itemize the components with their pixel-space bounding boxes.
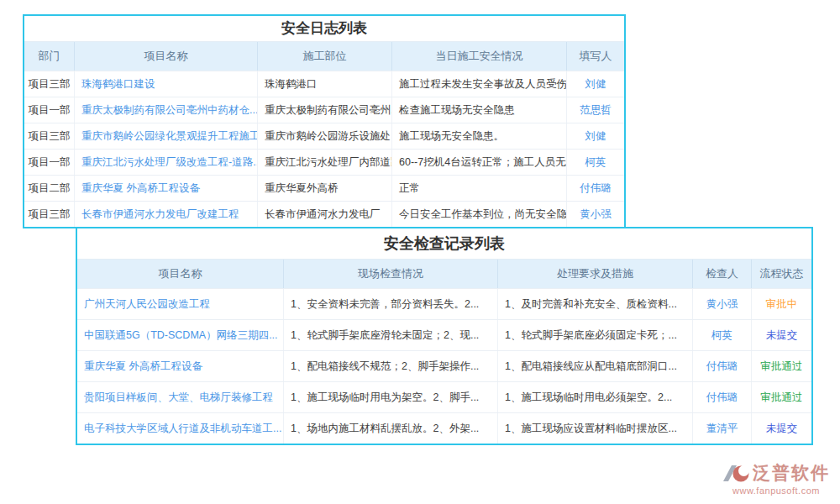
check_table-cell-project[interactable]: 重庆华夏 外高桥工程设备	[77, 351, 284, 381]
log_table-cell-dept: 项目三部	[24, 71, 75, 97]
log_table-cell-location: 重庆华夏外高桥	[258, 176, 392, 201]
column-label: 现场检查情况	[358, 266, 423, 281]
log_table-cell-project[interactable]: 重庆市鹅岭公园绿化景观提升工程施工	[75, 123, 258, 149]
log_table-cell-writer[interactable]: 范思哲	[567, 97, 624, 123]
check_table-cell-project[interactable]: 贵阳项目样板间、大堂、电梯厅装修工程	[77, 382, 284, 412]
check_table-header-inspector: 检查人	[693, 260, 752, 288]
check_table-cell-measures: 1、配电箱接线应从配电箱底部洞口...	[498, 351, 693, 381]
table-row: 中国联通5G（TD-SCDMA）网络三期四...1、轮式脚手架底座滑轮未固定；2…	[77, 319, 811, 350]
log_table-cell-project[interactable]: 重庆太极制药有限公司亳州中药材仓...	[75, 97, 258, 123]
log_table-header-project: 项目名称	[75, 42, 258, 71]
check_table-cell-inspector[interactable]: 柯英	[693, 320, 752, 350]
column-label: 填写人	[580, 49, 612, 64]
log_table-cell-status: 施工现场无安全隐患。	[392, 123, 567, 149]
fanpu-logo: 泛普软件 www.fanpusoft.com	[722, 461, 830, 496]
safety-check-body: 广州天河人民公园改造工程1、安全资料未完善，部分资料丢失。2...1、及时完善和…	[77, 288, 811, 444]
page: 安全日志列表 部门项目名称施工部位当日施工安全情况填写人 项目三部珠海鹤港口建设…	[0, 0, 840, 504]
table-row: 项目一部重庆江北污水处理厂级改造工程-道路...重庆江北污水处理厂内部道路60-…	[24, 149, 624, 175]
log_table-cell-location: 重庆太极制药有限公司亳州...	[258, 97, 392, 123]
check_table-cell-inspector[interactable]: 付伟璐	[693, 382, 752, 412]
table-row: 项目二部重庆华夏 外高桥工程设备重庆华夏外高桥正常付伟璐	[24, 175, 624, 201]
table-row: 电子科技大学区域人行道及非机动车道工...1、场地内施工材料乱摆乱放。2、外架.…	[77, 412, 811, 444]
check_table-cell-status: 未提交	[752, 320, 811, 350]
log_table-cell-project[interactable]: 珠海鹤港口建设	[75, 71, 258, 97]
column-label: 检查人	[706, 266, 738, 281]
log_table-cell-project[interactable]: 重庆江北污水处理厂级改造工程-道路...	[75, 150, 258, 175]
table-row: 项目三部珠海鹤港口建设珠海鹤港口施工过程未发生安全事故及人员受伤情况刘健	[24, 71, 624, 97]
log_table-header-dept: 部门	[24, 42, 75, 71]
log_table-cell-dept: 项目三部	[24, 123, 75, 149]
check_table-cell-project[interactable]: 广州天河人民公园改造工程	[77, 289, 284, 319]
log_table-cell-status: 60--7挖机4台运转正常；施工人员无违...	[392, 150, 567, 175]
check_table-cell-status: 审批通过	[752, 382, 811, 412]
log_table-cell-writer[interactable]: 付伟璐	[567, 176, 624, 201]
safety-log-title: 安全日志列表	[24, 16, 624, 42]
log_table-cell-location: 长春市伊通河水力发电厂	[258, 202, 392, 227]
log_table-cell-dept: 项目二部	[24, 176, 75, 201]
check_table-cell-inspector[interactable]: 黄小强	[693, 289, 752, 319]
log_table-header-status: 当日施工安全情况	[392, 42, 567, 71]
column-label: 当日施工安全情况	[436, 49, 523, 64]
check_table-cell-project[interactable]: 电子科技大学区域人行道及非机动车道工...	[77, 413, 284, 444]
safety-log-table: 安全日志列表 部门项目名称施工部位当日施工安全情况填写人 项目三部珠海鹤港口建设…	[23, 14, 626, 228]
column-label: 项目名称	[159, 266, 202, 281]
fanpu-logo-url: www.fanpusoft.com	[722, 486, 830, 496]
check_table-cell-measures: 1、及时完善和补充安全、质检资料...	[498, 289, 693, 319]
column-label: 部门	[39, 49, 60, 64]
safety-log-header-row: 部门项目名称施工部位当日施工安全情况填写人	[24, 42, 624, 71]
log_table-cell-dept: 项目一部	[24, 150, 75, 175]
log_table-cell-dept: 项目一部	[24, 97, 75, 123]
check_table-cell-inspection: 1、轮式脚手架底座滑轮未固定；2、现...	[284, 320, 498, 350]
column-label: 流程状态	[760, 266, 804, 281]
log_table-cell-status: 今日安全工作基本到位，尚无安全隐患...	[392, 202, 567, 227]
log_table-cell-dept: 项目三部	[24, 202, 75, 227]
table-row: 项目三部重庆市鹅岭公园绿化景观提升工程施工重庆市鹅岭公园游乐设施处施工现场无安全…	[24, 123, 624, 149]
check_table-cell-measures: 1、施工现场应设置材料临时摆放区...	[498, 413, 693, 444]
log_table-cell-writer[interactable]: 刘健	[567, 71, 624, 97]
check_table-cell-project[interactable]: 中国联通5G（TD-SCDMA）网络三期四...	[77, 320, 284, 350]
column-label: 项目名称	[144, 49, 188, 64]
check_table-cell-status: 审批通过	[752, 351, 811, 381]
table-row: 项目三部长春市伊通河水力发电厂改建工程长春市伊通河水力发电厂今日安全工作基本到位…	[24, 201, 624, 227]
check_table-cell-status: 审批中	[752, 289, 811, 319]
log_table-cell-project[interactable]: 长春市伊通河水力发电厂改建工程	[75, 202, 258, 227]
check_table-cell-inspector[interactable]: 董清平	[693, 413, 752, 444]
log_table-cell-project[interactable]: 重庆华夏 外高桥工程设备	[75, 176, 258, 201]
safety-check-table: 安全检查记录列表 项目名称现场检查情况处理要求及措施检查人流程状态 广州天河人民…	[76, 227, 813, 445]
check_table-header-status: 流程状态	[752, 260, 811, 288]
check_table-header-project: 项目名称	[77, 260, 284, 288]
column-label: 施工部位	[303, 49, 347, 64]
table-row: 项目一部重庆太极制药有限公司亳州中药材仓...重庆太极制药有限公司亳州...检查…	[24, 97, 624, 123]
safety-log-body: 项目三部珠海鹤港口建设珠海鹤港口施工过程未发生安全事故及人员受伤情况刘健项目一部…	[24, 71, 624, 227]
check_table-header-measures: 处理要求及措施	[498, 260, 693, 288]
log_table-cell-location: 珠海鹤港口	[258, 71, 392, 97]
check_table-cell-inspection: 1、安全资料未完善，部分资料丢失。2...	[284, 289, 498, 319]
table-row: 贵阳项目样板间、大堂、电梯厅装修工程1、施工现场临时用电为架空。2、脚手...1…	[77, 381, 811, 412]
check_table-header-inspection: 现场检查情况	[284, 260, 498, 288]
log_table-cell-status: 检查施工现场无安全隐患	[392, 97, 567, 123]
log_table-header-location: 施工部位	[258, 42, 392, 71]
check_table-cell-inspector[interactable]: 付伟璐	[693, 351, 752, 381]
check_table-cell-measures: 1、轮式脚手架底座必须固定卡死；...	[498, 320, 693, 350]
log_table-cell-writer[interactable]: 黄小强	[567, 202, 624, 227]
safety-check-header-row: 项目名称现场检查情况处理要求及措施检查人流程状态	[77, 260, 811, 288]
table-row: 重庆华夏 外高桥工程设备1、配电箱接线不规范；2、脚手架操作...1、配电箱接线…	[77, 350, 811, 381]
check_table-cell-measures: 1、施工现场临时用电必须架空。2...	[498, 382, 693, 412]
check_table-cell-status: 未提交	[752, 413, 811, 444]
check_table-cell-inspection: 1、施工现场临时用电为架空。2、脚手...	[284, 382, 498, 412]
table-row: 广州天河人民公园改造工程1、安全资料未完善，部分资料丢失。2...1、及时完善和…	[77, 288, 811, 319]
check_table-cell-inspection: 1、配电箱接线不规范；2、脚手架操作...	[284, 351, 498, 381]
log_table-cell-writer[interactable]: 刘健	[567, 123, 624, 149]
column-label: 处理要求及措施	[557, 266, 633, 281]
log_table-cell-status: 正常	[392, 176, 567, 201]
safety-check-title: 安全检查记录列表	[77, 228, 811, 260]
fanpu-logo-icon	[722, 462, 749, 485]
log_table-cell-location: 重庆江北污水处理厂内部道路	[258, 150, 392, 175]
log_table-cell-location: 重庆市鹅岭公园游乐设施处	[258, 123, 392, 149]
fanpu-logo-text: 泛普软件	[753, 461, 830, 485]
log_table-cell-status: 施工过程未发生安全事故及人员受伤情况	[392, 71, 567, 97]
check_table-cell-inspection: 1、场地内施工材料乱摆乱放。2、外架...	[284, 413, 498, 444]
log_table-cell-writer[interactable]: 柯英	[567, 150, 624, 175]
log_table-header-writer: 填写人	[567, 42, 624, 71]
